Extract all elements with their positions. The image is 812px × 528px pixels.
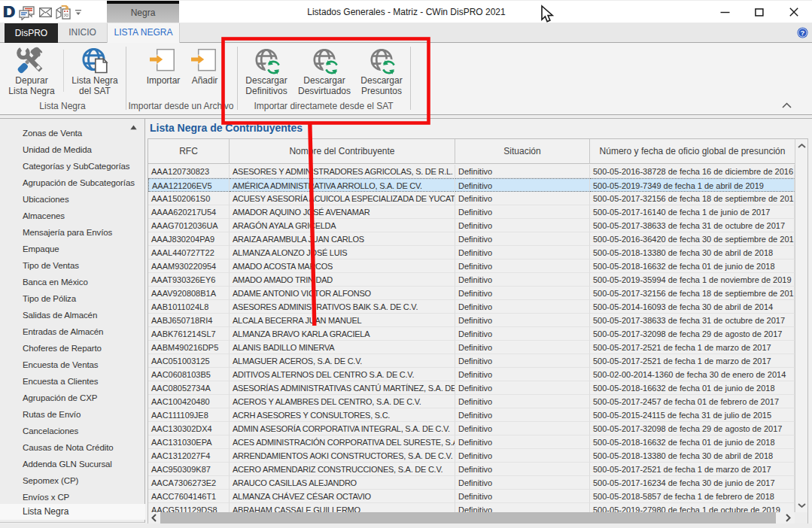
svg-text:?: ? bbox=[801, 29, 805, 37]
